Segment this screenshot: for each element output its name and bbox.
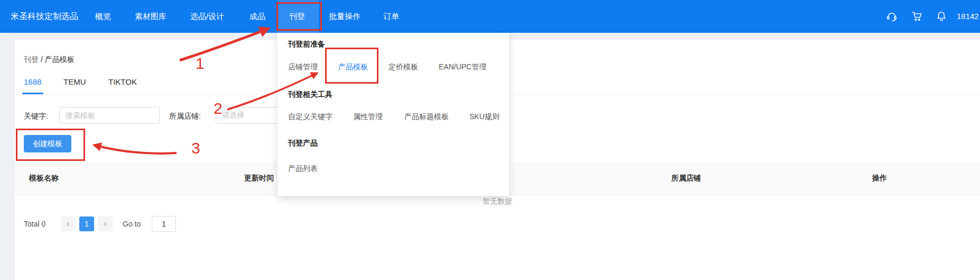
keyword-search-input[interactable]	[59, 107, 160, 124]
menu-item-attribute-mgmt[interactable]: 属性管理	[353, 112, 383, 122]
menu-item-title-template[interactable]: 产品标题模板	[404, 112, 449, 122]
top-nav-bar: 米圣科技定制选品 概览 素材图库 选品/设计 成品 刊登 批量操作 订单 181…	[0, 0, 980, 33]
menu-item-shop-management[interactable]: 店铺管理	[288, 62, 318, 72]
menu-item-custom-keywords[interactable]: 自定义关键字	[288, 112, 332, 122]
cart-icon[interactable]	[911, 11, 923, 22]
menu-item-product-list[interactable]: 产品列表	[288, 164, 318, 174]
shop-select-placeholder: 请选择	[222, 111, 244, 120]
col-shop: 所属店铺	[671, 174, 701, 183]
col-update-time: 更新时间	[244, 174, 274, 183]
nav-item-select-design[interactable]: 选品/设计	[190, 0, 224, 33]
pagination-next-button[interactable]: ›	[98, 216, 113, 231]
menu-item-pricing-template[interactable]: 定价模板	[389, 62, 418, 72]
nav-item-batch-ops[interactable]: 批量操作	[329, 0, 360, 33]
menu-item-ean-upc[interactable]: EAN/UPC管理	[439, 62, 486, 72]
shop-label: 所属店铺:	[169, 111, 201, 121]
customer-service-icon[interactable]	[886, 11, 898, 22]
breadcrumb-parent[interactable]: 刊登	[24, 55, 39, 64]
menu-item-product-template[interactable]: 产品模板	[338, 62, 368, 72]
breadcrumb-separator: /	[39, 55, 45, 64]
pagination-prev-button[interactable]: ‹	[61, 216, 76, 231]
tab-temu[interactable]: TEMU	[63, 77, 86, 86]
empty-state-text: 暂无数据	[15, 197, 980, 206]
tab-1688[interactable]: 1688	[24, 77, 41, 86]
menu-section-publish-products: 刊登产品	[288, 139, 318, 148]
publish-dropdown-menu: 刊登前准备 店铺管理 产品模板 定价模板 EAN/UPC管理 刊登相关工具 自定…	[278, 33, 509, 196]
nav-item-orders[interactable]: 订单	[383, 0, 399, 33]
breadcrumb-current: 产品模板	[45, 55, 75, 64]
col-template-name: 模板名称	[29, 174, 59, 183]
nav-item-overview[interactable]: 概览	[95, 0, 111, 33]
menu-section-pre-publish: 刊登前准备	[288, 40, 325, 49]
breadcrumb: 刊登 / 产品模板	[24, 55, 75, 65]
pagination-total: Total 0	[24, 220, 45, 228]
nav-item-finished[interactable]: 成品	[249, 0, 265, 33]
menu-section-publish-tools: 刊登相关工具	[288, 90, 332, 100]
nav-brand[interactable]: 米圣科技定制选品	[11, 0, 78, 33]
pagination-page-1[interactable]: 1	[79, 216, 94, 231]
keyword-label: 关键字:	[24, 111, 48, 121]
tab-tiktok[interactable]: TIKTOK	[108, 77, 137, 86]
pagination-goto-input[interactable]	[152, 216, 176, 232]
nav-item-publish[interactable]: 刊登	[289, 0, 305, 33]
bell-icon[interactable]	[936, 11, 947, 22]
menu-item-sku-rules[interactable]: SKU规则	[469, 112, 500, 122]
create-template-button[interactable]: 创建模板	[24, 135, 71, 152]
account-phone[interactable]: 18142	[957, 0, 979, 33]
nav-item-material-lib[interactable]: 素材图库	[135, 0, 167, 33]
col-actions: 操作	[872, 174, 887, 183]
pagination-goto-label: Go to	[123, 220, 141, 228]
